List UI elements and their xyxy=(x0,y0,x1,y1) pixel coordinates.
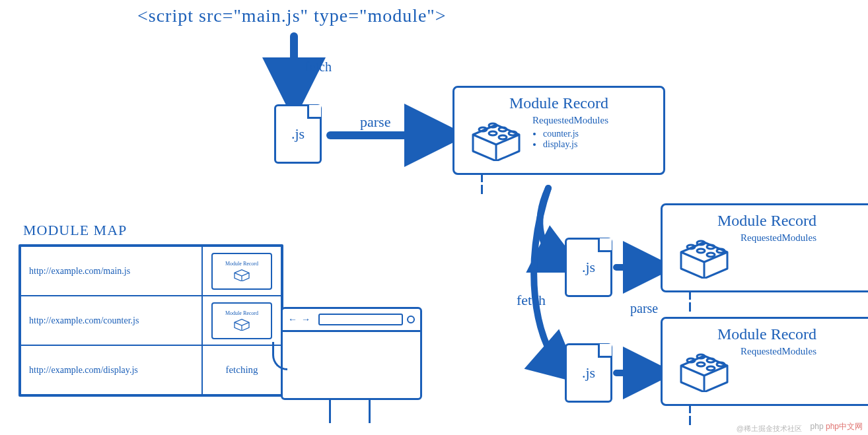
svg-point-4 xyxy=(489,131,497,135)
svg-point-5 xyxy=(499,135,507,139)
svg-point-16 xyxy=(697,362,705,366)
lego-brick-icon xyxy=(674,346,734,392)
requested-modules-label: RequestedModules xyxy=(741,232,816,244)
arrow-parse-3 xyxy=(613,363,663,383)
mini-record-label: Module Record xyxy=(225,261,258,267)
address-bar xyxy=(318,314,403,325)
parse-label-1: parse xyxy=(360,114,390,131)
requested-modules-label: RequestedModules xyxy=(532,115,608,126)
js-extension: .js xyxy=(291,125,305,143)
module-record-main: Module Record RequestedModules counter.j… xyxy=(452,86,665,175)
attribution-text: @稀土掘金技术社区 xyxy=(737,424,802,434)
module-map-title: MODULE MAP xyxy=(23,222,127,239)
svg-point-17 xyxy=(707,366,715,370)
back-icon: ← xyxy=(288,314,297,325)
fetch-label-2: fetch xyxy=(517,292,546,309)
browser-window-icon: ← → xyxy=(281,307,422,400)
window-control-icon xyxy=(407,316,415,323)
module-map-url: http://example.com/counter.js xyxy=(20,296,202,345)
arrow-parse-2 xyxy=(613,257,663,277)
js-file-counter: .js xyxy=(565,238,612,297)
forward-icon: → xyxy=(301,314,310,325)
module-map-table: http://example.com/main.js Module Record… xyxy=(18,244,283,397)
js-file-main: .js xyxy=(274,104,322,164)
lego-brick-icon xyxy=(674,232,734,279)
js-file-display: .js xyxy=(565,343,612,403)
module-map-url: http://example.com/main.js xyxy=(20,246,202,296)
module-map-state-fetching: fetching xyxy=(202,345,281,395)
script-tag-code: <script src="main.js" type="module"> xyxy=(137,5,447,26)
mini-module-record-icon: Module Record xyxy=(211,253,272,290)
parse-label-2: parse xyxy=(630,301,658,316)
module-map-url: http://example.com/display.js xyxy=(20,345,202,395)
js-extension: .js xyxy=(582,259,595,276)
dep-item: display.js xyxy=(543,139,608,150)
svg-point-10 xyxy=(697,249,705,253)
mini-module-record-icon: Module Record xyxy=(211,302,272,339)
requested-modules-label: RequestedModules xyxy=(741,346,816,357)
mini-record-label: Module Record xyxy=(225,310,258,316)
module-record-title: Module Record xyxy=(466,94,651,112)
dep-item: counter.js xyxy=(543,129,608,139)
module-record-counter: Module Record RequestedModules xyxy=(661,203,868,292)
module-map-state-record: Module Record xyxy=(202,296,281,345)
module-record-title: Module Record xyxy=(674,325,859,343)
module-map-state-record: Module Record xyxy=(202,246,281,296)
module-record-display: Module Record RequestedModules xyxy=(661,317,868,406)
svg-point-11 xyxy=(707,253,715,257)
lego-brick-icon xyxy=(466,115,526,161)
fetch-label-1: fetch xyxy=(305,59,332,75)
requested-modules-list: counter.js display.js xyxy=(532,129,608,150)
js-extension: .js xyxy=(582,364,595,382)
module-record-title: Module Record xyxy=(674,212,859,230)
watermark-text: php php中文网 xyxy=(811,421,863,432)
